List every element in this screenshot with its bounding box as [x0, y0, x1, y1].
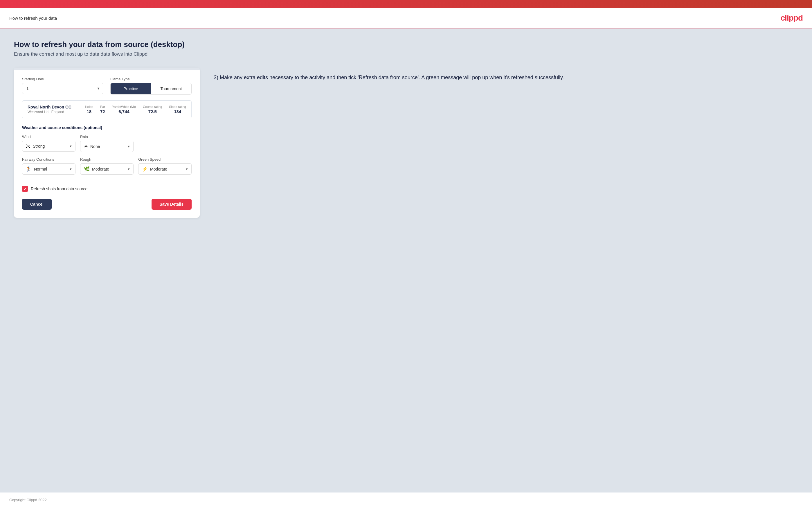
course-rating-label: Course rating — [143, 105, 162, 109]
green-speed-icon: ⚡ — [142, 166, 148, 172]
game-type-label: Game Type — [110, 77, 192, 81]
course-name-main: Royal North Devon GC, — [28, 105, 79, 109]
holes-label: Holes — [85, 105, 93, 109]
rough-caret-icon: ▼ — [127, 167, 130, 171]
starting-hole-select-wrapper[interactable]: 1 2 10 ▼ — [22, 83, 103, 94]
logo: clippd — [781, 13, 803, 22]
divider — [22, 180, 192, 180]
game-type-group: Game Type Practice Tournament — [110, 77, 192, 95]
yards-label: Yards/White (M)) — [112, 105, 136, 109]
green-speed-caret-icon: ▼ — [185, 167, 189, 171]
top-bar — [0, 0, 812, 8]
refresh-row: Refresh shots from data source — [22, 186, 192, 192]
rain-group: Rain ☀ None ▼ — [80, 134, 134, 152]
fairway-group: Fairway Conditions 🏌 Normal ▼ — [22, 157, 75, 175]
form-card: Starting Hole 1 2 10 ▼ Game Type Practic… — [14, 68, 200, 218]
slope-rating-value: 134 — [174, 109, 181, 114]
rain-caret-icon: ▼ — [127, 145, 130, 148]
wind-rain-row: Wind 🌬 Strong ▼ Rain ☀ None ▼ — [22, 134, 192, 152]
course-info-box: Royal North Devon GC, Westward Ho!, Engl… — [22, 100, 192, 118]
yards-stat: Yards/White (M)) 6,744 — [112, 105, 136, 114]
starting-hole-group: Starting Hole 1 2 10 ▼ — [22, 77, 103, 95]
yards-value: 6,744 — [118, 109, 130, 114]
content-area: Starting Hole 1 2 10 ▼ Game Type Practic… — [14, 68, 798, 218]
fairway-label: Fairway Conditions — [22, 157, 75, 162]
holes-value: 18 — [87, 109, 92, 114]
course-rating-value: 72.5 — [148, 109, 157, 114]
holes-stat: Holes 18 — [85, 105, 93, 114]
fairway-rough-green-row: Fairway Conditions 🏌 Normal ▼ Rough 🌿 Mo… — [22, 157, 192, 175]
course-location: Westward Ho!, England — [28, 110, 79, 114]
course-stats: Holes 18 Par 72 Yards/White (M)) 6,744 C… — [85, 105, 186, 114]
fairway-value: Normal — [34, 167, 65, 171]
game-type-buttons: Practice Tournament — [110, 83, 192, 95]
practice-button[interactable]: Practice — [111, 83, 151, 94]
rain-value: None — [90, 144, 123, 149]
course-name: Royal North Devon GC, Westward Ho!, Engl… — [28, 105, 79, 114]
tournament-button[interactable]: Tournament — [151, 83, 191, 94]
par-label: Par — [100, 105, 105, 109]
par-stat: Par 72 — [100, 105, 105, 114]
par-value: 72 — [100, 109, 105, 114]
wind-icon: 🌬 — [26, 144, 31, 149]
copyright-text: Copyright Clippd 2022 — [9, 498, 47, 502]
header: How to refresh your data clippd — [0, 8, 812, 29]
rough-group: Rough 🌿 Moderate ▼ — [80, 157, 134, 175]
wind-group: Wind 🌬 Strong ▼ — [22, 134, 75, 152]
course-rating-stat: Course rating 72.5 — [143, 105, 162, 114]
save-button[interactable]: Save Details — [152, 199, 192, 210]
rain-icon: ☀ — [84, 144, 88, 149]
action-row: Cancel Save Details — [22, 199, 192, 210]
rough-value: Moderate — [92, 167, 123, 171]
starting-hole-game-type-row: Starting Hole 1 2 10 ▼ Game Type Practic… — [22, 77, 192, 95]
rough-select[interactable]: 🌿 Moderate ▼ — [80, 163, 134, 175]
fairway-select[interactable]: 🏌 Normal ▼ — [22, 163, 75, 175]
rough-label: Rough — [80, 157, 134, 162]
footer: Copyright Clippd 2022 — [0, 493, 812, 507]
green-speed-select[interactable]: ⚡ Moderate ▼ — [138, 163, 192, 175]
wind-value: Strong — [33, 144, 65, 149]
refresh-label: Refresh shots from data source — [31, 186, 87, 191]
green-speed-group: Green Speed ⚡ Moderate ▼ — [138, 157, 192, 175]
green-speed-value: Moderate — [150, 167, 181, 171]
conditions-section-title: Weather and course conditions (optional) — [22, 125, 192, 130]
card-top-bar — [14, 68, 200, 70]
slope-rating-label: Slope rating — [169, 105, 186, 109]
main-content: How to refresh your data from source (de… — [0, 29, 812, 493]
page-subheading: Ensure the correct and most up to date d… — [14, 51, 798, 57]
starting-hole-select[interactable]: 1 2 10 — [22, 83, 103, 94]
fairway-caret-icon: ▼ — [69, 167, 72, 171]
wind-select[interactable]: 🌬 Strong ▼ — [22, 141, 75, 152]
rough-icon: 🌿 — [84, 166, 90, 172]
green-speed-label: Green Speed — [138, 157, 192, 162]
slope-rating-stat: Slope rating 134 — [169, 105, 186, 114]
fairway-icon: 🏌 — [26, 166, 32, 172]
wind-caret-icon: ▼ — [69, 145, 72, 148]
refresh-checkbox[interactable] — [22, 186, 28, 192]
wind-label: Wind — [22, 134, 75, 139]
rain-select[interactable]: ☀ None ▼ — [80, 141, 134, 152]
cancel-button[interactable]: Cancel — [22, 199, 52, 210]
instruction-text: 3) Make any extra edits necessary to the… — [214, 68, 798, 82]
header-title: How to refresh your data — [9, 16, 57, 20]
rain-label: Rain — [80, 134, 134, 139]
starting-hole-label: Starting Hole — [22, 77, 103, 81]
page-heading: How to refresh your data from source (de… — [14, 40, 798, 49]
